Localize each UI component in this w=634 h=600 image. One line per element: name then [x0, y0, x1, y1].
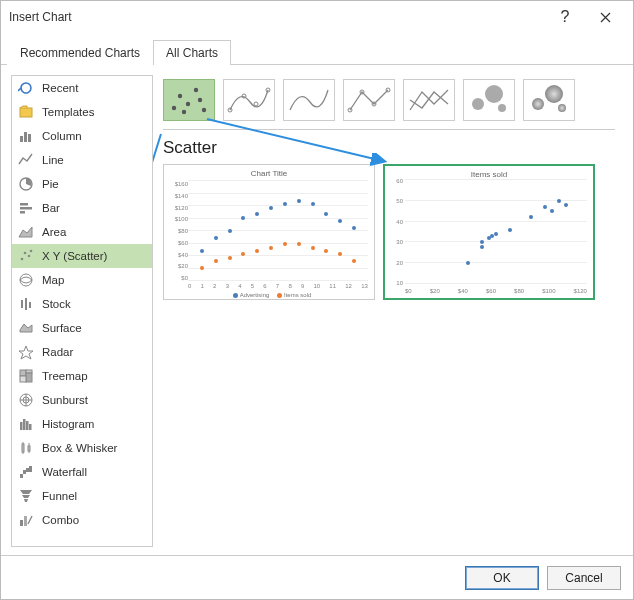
chart-type-label: Line: [42, 154, 64, 166]
close-button[interactable]: [585, 1, 625, 33]
subtype-row: [163, 75, 619, 121]
chart-type-icon: [18, 248, 34, 264]
chart-type-label: Surface: [42, 322, 82, 334]
svg-rect-6: [20, 207, 32, 210]
chart-type-surface[interactable]: Surface: [12, 316, 152, 340]
tab-all-charts[interactable]: All Charts: [153, 40, 231, 65]
subtype-scatter-smooth-markers[interactable]: [223, 79, 275, 121]
chart-type-label: Map: [42, 274, 64, 286]
subtype-bubble-3d[interactable]: [523, 79, 575, 121]
chart-type-icon: [18, 272, 34, 288]
svg-rect-0: [20, 108, 32, 117]
chart-type-label: Templates: [42, 106, 94, 118]
svg-point-12: [20, 274, 32, 286]
chart-type-label: Treemap: [42, 370, 88, 382]
scatter-lines-icon: [406, 82, 452, 118]
svg-rect-3: [28, 134, 31, 142]
chart-type-recent[interactable]: Recent: [12, 76, 152, 100]
preview-row: Chart Title $160$140$120$100$80$60$40$20…: [163, 164, 619, 300]
scatter-smooth-markers-icon: [226, 82, 272, 118]
chart-type-icon: [18, 224, 34, 240]
preview-chart-1[interactable]: Chart Title $160$140$120$100$80$60$40$20…: [163, 164, 375, 300]
subtype-scatter-lines-markers[interactable]: [343, 79, 395, 121]
ok-button[interactable]: OK: [465, 566, 539, 590]
svg-rect-13: [21, 300, 23, 308]
subtype-scatter[interactable]: [163, 79, 215, 121]
svg-rect-35: [24, 516, 27, 526]
svg-rect-15: [29, 302, 31, 308]
chart-type-sunburst[interactable]: Sunburst: [12, 388, 152, 412]
chart-type-icon: [18, 80, 34, 96]
svg-rect-32: [26, 468, 29, 472]
subtype-title: Scatter: [163, 136, 619, 164]
svg-point-52: [485, 85, 503, 103]
subtype-scatter-smooth[interactable]: [283, 79, 335, 121]
chart-type-treemap[interactable]: Treemap: [12, 364, 152, 388]
svg-point-11: [30, 250, 33, 253]
chart-type-funnel[interactable]: Funnel: [12, 484, 152, 508]
subtype-scatter-lines[interactable]: [403, 79, 455, 121]
help-button[interactable]: ?: [545, 1, 585, 33]
chart-type-box-whisker[interactable]: Box & Whisker: [12, 436, 152, 460]
svg-point-37: [178, 94, 182, 98]
svg-rect-14: [25, 298, 27, 310]
svg-rect-23: [23, 419, 26, 430]
chart-type-icon: [18, 344, 34, 360]
bubble-3d-icon: [526, 82, 572, 118]
chart-type-icon: [18, 464, 34, 480]
svg-point-38: [186, 102, 190, 106]
svg-point-41: [202, 108, 206, 112]
chart-type-icon: [18, 128, 34, 144]
preview-1-legend: Advertising Items sold: [164, 292, 374, 298]
svg-point-53: [498, 104, 506, 112]
bubble-icon: [466, 82, 512, 118]
chart-type-radar[interactable]: Radar: [12, 340, 152, 364]
tab-recommended-charts[interactable]: Recommended Charts: [7, 40, 153, 65]
titlebar: Insert Chart ?: [1, 1, 633, 33]
dialog-body: RecentTemplatesColumnLinePieBarAreaX Y (…: [1, 67, 633, 555]
chart-type-line[interactable]: Line: [12, 148, 152, 172]
chart-type-templates[interactable]: Templates: [12, 100, 152, 124]
svg-rect-25: [29, 424, 32, 430]
chart-type-list[interactable]: RecentTemplatesColumnLinePieBarAreaX Y (…: [11, 75, 153, 547]
chart-type-bar[interactable]: Bar: [12, 196, 152, 220]
svg-point-54: [532, 98, 544, 110]
chart-type-icon: [18, 176, 34, 192]
svg-rect-33: [29, 466, 32, 472]
chart-type-combo[interactable]: Combo: [12, 508, 152, 532]
svg-point-10: [28, 255, 31, 258]
chart-type-icon: [18, 440, 34, 456]
chart-type-icon: [18, 200, 34, 216]
chart-type-label: Combo: [42, 514, 79, 526]
svg-rect-31: [23, 470, 26, 474]
svg-rect-5: [20, 203, 28, 206]
svg-point-40: [198, 98, 202, 102]
svg-rect-16: [20, 370, 26, 376]
preview-2-title: Items sold: [385, 166, 593, 179]
chart-type-x-y-scatter-[interactable]: X Y (Scatter): [12, 244, 152, 268]
svg-rect-30: [20, 474, 23, 478]
subtype-bubble[interactable]: [463, 79, 515, 121]
svg-point-42: [182, 110, 186, 114]
svg-point-39: [194, 88, 198, 92]
chart-type-pie[interactable]: Pie: [12, 172, 152, 196]
tabbar: Recommended Charts All Charts: [1, 37, 633, 65]
cancel-button[interactable]: Cancel: [547, 566, 621, 590]
chart-type-column[interactable]: Column: [12, 124, 152, 148]
chart-type-waterfall[interactable]: Waterfall: [12, 460, 152, 484]
scatter-icon: [166, 82, 212, 118]
chart-type-icon: [18, 392, 34, 408]
chart-type-stock[interactable]: Stock: [12, 292, 152, 316]
scatter-lines-markers-icon: [346, 82, 392, 118]
chart-type-label: Box & Whisker: [42, 442, 117, 454]
preview-chart-2[interactable]: Items sold 605040302010 $0$20$40$60$80$1…: [383, 164, 595, 300]
chart-type-area[interactable]: Area: [12, 220, 152, 244]
svg-point-45: [254, 102, 258, 106]
chart-type-icon: [18, 488, 34, 504]
svg-line-57: [153, 134, 161, 255]
button-bar: OK Cancel: [1, 555, 633, 599]
chart-type-label: Waterfall: [42, 466, 87, 478]
chart-type-map[interactable]: Map: [12, 268, 152, 292]
svg-rect-18: [26, 373, 32, 382]
chart-type-histogram[interactable]: Histogram: [12, 412, 152, 436]
